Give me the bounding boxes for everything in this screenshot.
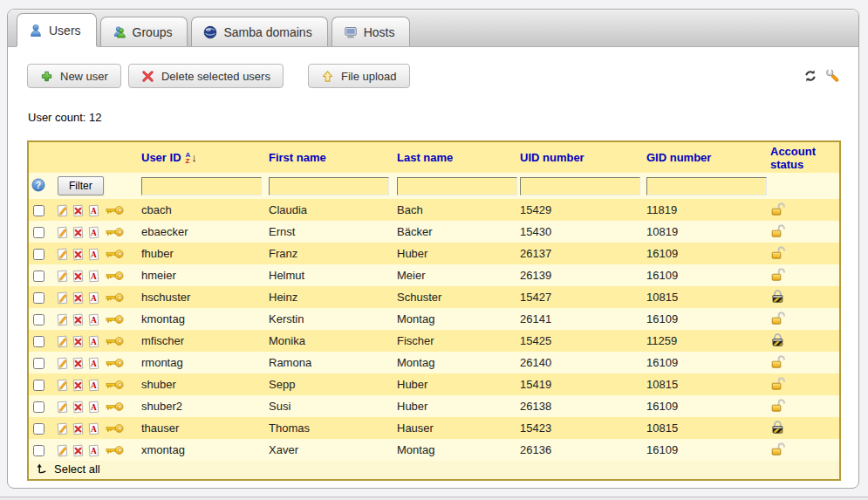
edit-icon[interactable] — [56, 313, 69, 326]
account-status-icon — [770, 245, 786, 260]
filter-input-last-name[interactable] — [397, 177, 517, 195]
uid-number-cell: 15427 — [513, 286, 639, 308]
edit-icon[interactable] — [56, 379, 69, 392]
user-count-value: 12 — [89, 111, 101, 124]
delete-icon[interactable] — [72, 422, 85, 435]
pdf-icon[interactable] — [87, 291, 100, 305]
pdf-icon[interactable] — [87, 204, 100, 217]
gid-number-cell: 16109 — [639, 439, 763, 461]
key-icon[interactable] — [106, 314, 124, 325]
filter-input-user-id[interactable] — [141, 177, 262, 195]
edit-icon[interactable] — [56, 357, 69, 370]
row-checkbox[interactable] — [33, 336, 44, 347]
column-header-first-name[interactable]: First name — [262, 141, 390, 173]
row-checkbox[interactable] — [33, 205, 44, 216]
key-icon[interactable] — [106, 380, 124, 390]
gid-number-cell: 11259 — [639, 330, 763, 352]
column-header-last-name[interactable]: Last name — [390, 141, 513, 173]
row-checkbox[interactable] — [33, 380, 44, 391]
key-icon[interactable] — [106, 445, 124, 455]
row-checkbox[interactable] — [33, 358, 44, 369]
delete-icon[interactable] — [72, 204, 85, 217]
account-status-icon — [770, 420, 786, 435]
pdf-icon[interactable] — [87, 379, 100, 392]
row-checkbox[interactable] — [33, 271, 44, 282]
help-icon[interactable] — [31, 178, 45, 192]
key-icon[interactable] — [106, 401, 124, 412]
pdf-icon[interactable] — [87, 313, 100, 326]
filter-button[interactable]: Filter — [58, 176, 104, 195]
row-checkbox[interactable] — [33, 401, 44, 413]
edit-icon[interactable] — [56, 226, 69, 239]
tab-samba-domains[interactable]: Samba domains — [191, 17, 327, 46]
filter-input-uid-number[interactable] — [520, 177, 640, 195]
wrench-icon[interactable] — [825, 68, 841, 84]
row-checkbox[interactable] — [33, 423, 44, 435]
pdf-icon[interactable] — [87, 422, 100, 435]
tab-groups[interactable]: Groups — [100, 17, 188, 46]
delete-icon[interactable] — [72, 401, 85, 414]
key-icon[interactable] — [106, 336, 124, 346]
new-user-button[interactable]: New user — [27, 64, 121, 88]
column-header-account-status[interactable]: Account status — [763, 141, 840, 173]
gid-number-cell: 16109 — [639, 352, 763, 373]
pdf-icon[interactable] — [87, 248, 100, 261]
pdf-icon[interactable] — [87, 226, 100, 239]
filter-input-gid-number[interactable] — [646, 177, 767, 195]
table-row: ebaecker Ernst Bäcker 15430 10819 — [28, 221, 840, 243]
key-icon[interactable] — [106, 271, 124, 281]
key-icon[interactable] — [106, 292, 124, 303]
key-icon[interactable] — [106, 227, 124, 237]
edit-icon[interactable] — [56, 270, 69, 283]
delete-icon[interactable] — [72, 270, 85, 283]
sort-control[interactable]: User ID AZ ↓ — [141, 151, 197, 164]
edit-icon[interactable] — [56, 401, 69, 414]
column-header-user-id[interactable]: User ID AZ ↓ — [134, 141, 262, 173]
uid-number-cell: 26139 — [513, 264, 639, 286]
delete-icon[interactable] — [72, 357, 85, 370]
row-checkbox[interactable] — [33, 292, 44, 304]
delete-icon[interactable] — [72, 313, 85, 326]
pdf-icon[interactable] — [87, 444, 100, 457]
row-checkbox[interactable] — [33, 314, 44, 325]
user-count-label: User count: — [28, 111, 85, 124]
key-icon[interactable] — [106, 358, 124, 368]
edit-icon[interactable] — [56, 291, 69, 305]
refresh-icon[interactable] — [803, 68, 818, 84]
filter-input-first-name[interactable] — [269, 177, 389, 195]
edit-icon[interactable] — [56, 248, 69, 261]
row-checkbox[interactable] — [33, 249, 44, 260]
edit-icon[interactable] — [56, 335, 69, 348]
key-icon[interactable] — [106, 423, 124, 434]
delete-icon[interactable] — [72, 248, 85, 261]
page-footer-divider — [0, 497, 868, 500]
row-checkbox[interactable] — [33, 445, 44, 456]
pdf-icon[interactable] — [87, 270, 100, 283]
toolbar: New user Delete selected users File uplo… — [27, 63, 841, 89]
row-checkbox[interactable] — [33, 227, 44, 238]
column-header-uid-number[interactable]: UID number — [513, 141, 639, 173]
tab-users[interactable]: Users — [17, 13, 97, 46]
delete-icon[interactable] — [72, 335, 85, 348]
delete-icon[interactable] — [72, 444, 85, 457]
key-icon[interactable] — [106, 249, 124, 259]
last-name-cell: Huber — [390, 395, 513, 417]
file-upload-button[interactable]: File upload — [308, 64, 410, 88]
pdf-icon[interactable] — [87, 357, 100, 370]
delete-icon[interactable] — [72, 291, 85, 305]
delete-selected-users-button[interactable]: Delete selected users — [128, 64, 284, 88]
sort-az-descending-icon: AZ — [186, 152, 191, 164]
edit-icon[interactable] — [56, 444, 69, 457]
column-header-gid-number[interactable]: GID number — [639, 141, 763, 173]
user-id-cell: rmontag — [134, 352, 262, 373]
first-name-cell: Helmut — [262, 264, 390, 286]
pdf-icon[interactable] — [87, 335, 100, 348]
key-icon[interactable] — [106, 205, 124, 216]
edit-icon[interactable] — [56, 422, 69, 435]
delete-icon[interactable] — [72, 226, 85, 239]
edit-icon[interactable] — [56, 204, 69, 217]
delete-icon[interactable] — [72, 379, 85, 392]
tab-hosts[interactable]: Hosts — [331, 17, 411, 46]
pdf-icon[interactable] — [87, 401, 100, 414]
select-all-control[interactable]: Select all — [36, 462, 100, 476]
